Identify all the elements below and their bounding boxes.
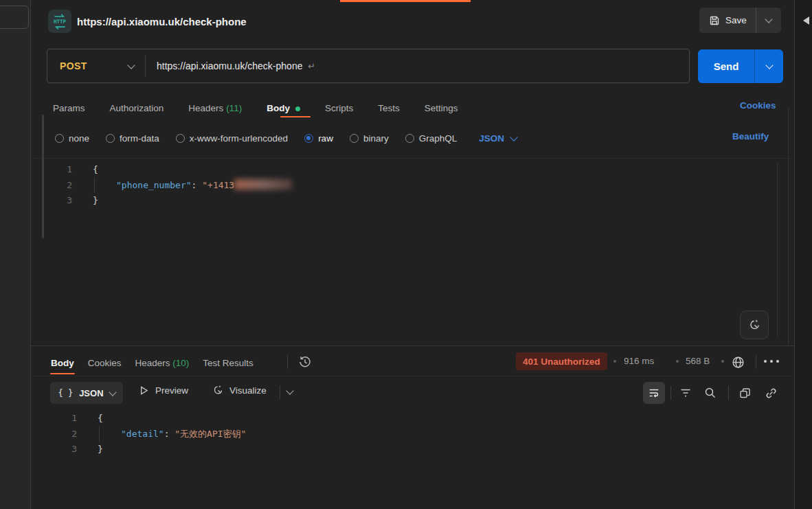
mode-x-www-form-urlencoded[interactable]: x-www-form-urlencoded bbox=[176, 133, 288, 144]
app-window: HTTP https://api.xiaomu.uk/check-phone S… bbox=[0, 0, 812, 509]
url-bar: POST https://api.xiaomu.uk/check-phone ↵ bbox=[47, 49, 690, 83]
preview-play-icon bbox=[139, 385, 149, 396]
active-tab-indicator bbox=[340, 0, 471, 2]
response-toolbar-divider bbox=[30, 376, 794, 376]
response-tabs: Body Cookies Headers (10) Test Results bbox=[51, 353, 253, 372]
mode-graphql[interactable]: GraphQL bbox=[405, 133, 458, 144]
visualize-button[interactable]: Visualize bbox=[212, 384, 267, 396]
more-options-icon[interactable] bbox=[764, 360, 779, 363]
response-tab-underline bbox=[50, 373, 75, 374]
radio-icon bbox=[350, 134, 359, 143]
response-format-dropdown[interactable]: { } JSON bbox=[50, 382, 123, 404]
code-line: 3 } bbox=[30, 442, 779, 457]
response-time[interactable]: 916 ms bbox=[624, 356, 654, 366]
response-format-label: JSON bbox=[79, 388, 103, 398]
tab-tests[interactable]: Tests bbox=[378, 103, 400, 113]
url-input[interactable]: https://api.xiaomu.uk/check-phone ↵ bbox=[157, 60, 315, 71]
format-label: JSON bbox=[479, 133, 504, 144]
return-key-icon: ↵ bbox=[308, 61, 315, 71]
code-line: 3 } bbox=[30, 193, 779, 209]
chevron-down-icon bbox=[510, 133, 517, 141]
method-selector[interactable]: POST bbox=[47, 60, 145, 71]
tab-response-headers[interactable]: Headers (10) bbox=[135, 358, 190, 368]
editor-top-divider bbox=[30, 158, 794, 159]
tab-params[interactable]: Params bbox=[53, 103, 85, 113]
tab-response-cookies[interactable]: Cookies bbox=[88, 358, 122, 368]
network-globe-icon[interactable] bbox=[730, 354, 746, 370]
save-options-button[interactable] bbox=[756, 8, 781, 33]
mode-raw-label: raw bbox=[318, 133, 333, 144]
json-value-visible: "+1413 bbox=[202, 180, 234, 190]
copy-icon[interactable] bbox=[736, 385, 753, 401]
code-line: 1 { bbox=[30, 162, 779, 178]
tab-test-results[interactable]: Test Results bbox=[203, 358, 253, 368]
body-mode-row: none form-data x-www-form-urlencoded raw… bbox=[55, 129, 517, 147]
beautify-link[interactable]: Beautify bbox=[732, 131, 769, 142]
open-brace: { bbox=[93, 164, 98, 174]
request-tabs: Params Authorization Headers (11) Body S… bbox=[53, 98, 458, 118]
preview-button[interactable]: Preview bbox=[139, 385, 188, 396]
wrap-text-icon bbox=[648, 387, 660, 399]
method-label: POST bbox=[60, 60, 87, 71]
history-icon[interactable] bbox=[297, 354, 313, 370]
close-brace: } bbox=[98, 444, 103, 454]
panel-scrollbar[interactable] bbox=[42, 115, 44, 238]
request-title: https://api.xiaomu.uk/check-phone bbox=[77, 16, 247, 27]
radio-icon bbox=[405, 134, 414, 143]
tab-headers-label: Headers bbox=[188, 103, 223, 113]
wrap-text-button[interactable] bbox=[643, 382, 665, 404]
cookies-link[interactable]: Cookies bbox=[740, 100, 776, 111]
send-options-button[interactable] bbox=[755, 49, 783, 83]
link-icon[interactable] bbox=[763, 385, 779, 401]
response-size[interactable]: 568 B bbox=[686, 356, 710, 366]
tab-settings[interactable]: Settings bbox=[425, 103, 458, 113]
chevron-down-icon[interactable] bbox=[286, 387, 293, 394]
send-button[interactable]: Send bbox=[698, 49, 783, 83]
postbot-sparkle-icon bbox=[747, 318, 761, 332]
toolbar-divider bbox=[280, 385, 280, 399]
url-text: https://api.xiaomu.uk/check-phone bbox=[157, 60, 302, 71]
response-top-divider bbox=[30, 346, 794, 346]
line-number: 2 bbox=[30, 427, 77, 442]
body-modified-dot bbox=[295, 106, 300, 111]
tab-scripts[interactable]: Scripts bbox=[325, 103, 353, 113]
headers-count: (11) bbox=[226, 103, 242, 113]
response-body-editor[interactable]: 1 { 2 "detail": "无效的API密钥" 3 } bbox=[30, 411, 779, 457]
radio-icon bbox=[106, 134, 115, 143]
postbot-button[interactable] bbox=[740, 310, 769, 339]
tab-authorization[interactable]: Authorization bbox=[110, 103, 164, 113]
mode-binary[interactable]: binary bbox=[350, 133, 389, 144]
filter-icon[interactable] bbox=[677, 385, 694, 401]
visualize-label: Visualize bbox=[229, 385, 267, 396]
http-method-icon: HTTP bbox=[48, 10, 71, 33]
search-icon[interactable] bbox=[702, 385, 719, 401]
meta-divider bbox=[756, 355, 756, 369]
code-line: 1 { bbox=[30, 411, 779, 427]
collapsed-panel-box[interactable] bbox=[0, 5, 29, 29]
save-label: Save bbox=[725, 15, 747, 25]
tab-headers[interactable]: Headers (11) bbox=[188, 103, 242, 113]
mode-form-data[interactable]: form-data bbox=[106, 133, 159, 144]
mode-none[interactable]: none bbox=[55, 133, 89, 144]
tab-body[interactable]: Body bbox=[267, 103, 300, 113]
radio-selected-icon bbox=[304, 134, 313, 143]
save-button[interactable]: Save bbox=[699, 8, 781, 33]
response-headers-count: (10) bbox=[172, 358, 189, 368]
json-value: "无效的API密钥" bbox=[174, 429, 246, 439]
collapse-arrow-icon[interactable] bbox=[803, 16, 809, 25]
mode-none-label: none bbox=[69, 133, 89, 144]
mode-raw[interactable]: raw bbox=[304, 133, 333, 144]
meta-dot bbox=[676, 360, 679, 363]
format-dropdown[interactable]: JSON bbox=[479, 133, 517, 144]
editor-gutter-line bbox=[777, 163, 778, 337]
status-badge[interactable]: 401 Unauthorized bbox=[516, 352, 607, 370]
radio-icon bbox=[176, 134, 185, 143]
response-tabs-divider bbox=[287, 355, 288, 369]
send-label: Send bbox=[698, 60, 754, 72]
close-brace: } bbox=[93, 195, 98, 205]
indent-guide bbox=[99, 427, 121, 442]
chevron-down-icon bbox=[765, 15, 772, 23]
request-body-editor[interactable]: 1 { 2 "phone_number": "+1413 3 } bbox=[30, 162, 779, 209]
visualize-sparkle-icon bbox=[212, 384, 224, 396]
tab-response-body[interactable]: Body bbox=[51, 358, 74, 368]
